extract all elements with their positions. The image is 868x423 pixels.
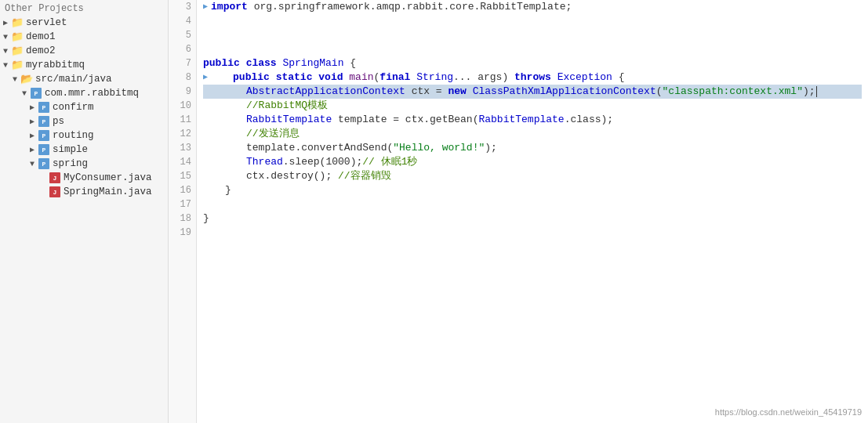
projects-section-title: Other Projects (0, 2, 168, 16)
tree-label-spring: spring (53, 158, 88, 169)
code-line-19 (203, 226, 862, 240)
code-line-16: } (203, 183, 862, 197)
package-icon-confirm: P (38, 101, 50, 114)
expand-arrow-8: ▶ (203, 70, 208, 85)
code-line-7: public class SpringMain { (203, 56, 862, 70)
file-tree-sidebar[interactable]: Other Projects ▶ 📁 servlet ▼ 📁 demo1 ▼ 📁… (0, 0, 169, 423)
folder-icon-demo1: 📁 (11, 31, 24, 43)
tree-item-servlet[interactable]: ▶ 📁 servlet (0, 16, 168, 30)
code-line-9: AbstractApplicationContext ctx = new Cla… (203, 85, 862, 99)
code-line-5 (203, 28, 862, 42)
tree-item-myrabbitmq[interactable]: ▼ 📁 myrabbitmq (0, 58, 168, 72)
line-num-3: 3 (173, 0, 191, 14)
line-num-15: 15 (173, 169, 191, 183)
line-num-5: 5 (173, 28, 191, 42)
line-numbers-gutter: 3 4 5 6 7 8 9 10 11 12 13 14 15 16 17 18… (169, 0, 197, 423)
line-num-4: 4 (173, 14, 191, 28)
line-num-17: 17 (173, 197, 191, 212)
tree-label-myconsumer: MyConsumer.java (64, 172, 152, 183)
tree-item-spring[interactable]: ▼ P spring (0, 157, 168, 171)
tree-arrow-confirm: ▶ (30, 103, 38, 112)
line-num-18: 18 (173, 212, 191, 226)
tree-item-routing[interactable]: ▶ P routing (0, 128, 168, 143)
tree-arrow-demo2: ▼ (3, 47, 11, 56)
line-num-19: 19 (173, 226, 191, 240)
tree-item-simple[interactable]: ▶ P simple (0, 143, 168, 157)
tree-arrow-simple: ▶ (30, 145, 38, 154)
line-num-14: 14 (173, 155, 191, 169)
text-cursor (816, 86, 817, 97)
code-line-17 (203, 197, 862, 212)
watermark: https://blog.csdn.net/weixin_45419719 (715, 407, 862, 417)
tree-arrow-myrabbitmq: ▼ (3, 61, 11, 70)
code-line-18: } (203, 212, 862, 226)
tree-label-servlet: servlet (26, 17, 67, 28)
tree-label-src: src/main/java (35, 74, 112, 85)
code-line-11: RabbitTemplate template = ctx.getBean(Ra… (203, 113, 862, 127)
line-num-10: 10 (173, 99, 191, 113)
tree-label-springmain: SpringMain.java (64, 186, 152, 197)
tree-label-confirm: confirm (53, 102, 94, 113)
tree-arrow-com: ▼ (22, 89, 30, 98)
tree-item-src-main-java[interactable]: ▼ 📂 src/main/java (0, 72, 168, 86)
package-icon-com: P (30, 87, 42, 99)
code-line-15: ctx.destroy(); //容器销毁 (203, 169, 862, 183)
tree-label-ps: ps (53, 116, 64, 127)
code-line-13: template.convertAndSend("Hello, world!")… (203, 141, 862, 155)
folder-icon-servlet: 📁 (11, 16, 24, 29)
package-icon-simple: P (38, 143, 50, 156)
folder-icon-demo2: 📁 (11, 45, 24, 57)
java-icon-myconsumer: J (49, 172, 61, 184)
expand-arrow-3: ▶ (203, 0, 208, 14)
tree-label-demo1: demo1 (26, 31, 56, 42)
tree-item-springmain[interactable]: J SpringMain.java (0, 185, 168, 199)
tree-label-myrabbitmq: myrabbitmq (26, 60, 85, 70)
tree-item-ps[interactable]: ▶ P ps (0, 114, 168, 128)
tree-label-simple: simple (53, 144, 88, 155)
line-num-9: 9 (173, 85, 191, 99)
tree-label-com: com.mmr.rabbitmq (45, 88, 139, 99)
line-num-6: 6 (173, 42, 191, 56)
tree-label-demo2: demo2 (26, 45, 56, 56)
line-num-11: 11 (173, 113, 191, 127)
code-line-12: //发送消息 (203, 127, 862, 141)
line-num-16: 16 (173, 183, 191, 197)
tree-item-myconsumer[interactable]: J MyConsumer.java (0, 171, 168, 185)
code-line-4 (203, 14, 862, 28)
code-line-8: ▶public static void main(final String...… (203, 70, 862, 85)
code-line-3: ▶import org.springframework.amqp.rabbit.… (203, 0, 862, 14)
code-line-14: Thread.sleep(1000);// 休眠1秒 (203, 155, 862, 169)
tree-label-routing: routing (53, 130, 94, 141)
code-content[interactable]: ▶import org.springframework.amqp.rabbit.… (197, 0, 868, 423)
tree-item-confirm[interactable]: ▶ P confirm (0, 100, 168, 114)
code-line-6 (203, 42, 862, 56)
java-icon-springmain: J (49, 186, 61, 198)
source-root-icon: 📂 (20, 73, 33, 85)
line-num-8: 8 (173, 70, 191, 85)
line-num-7: 7 (173, 56, 191, 70)
package-icon-routing: P (38, 129, 50, 142)
tree-item-com-mmr-rabbitmq[interactable]: ▼ P com.mmr.rabbitmq (0, 86, 168, 100)
tree-arrow-spring: ▼ (30, 160, 38, 168)
line-num-13: 13 (173, 141, 191, 155)
folder-icon-myrabbitmq: 📁 (11, 59, 24, 71)
tree-arrow-ps: ▶ (30, 117, 38, 126)
tree-arrow-servlet: ▶ (3, 18, 11, 27)
tree-arrow-src: ▼ (13, 75, 20, 84)
line-num-12: 12 (173, 127, 191, 141)
code-line-10: //RabbitMQ模板 (203, 99, 862, 113)
tree-item-demo1[interactable]: ▼ 📁 demo1 (0, 30, 168, 44)
tree-arrow-demo1: ▼ (3, 33, 11, 42)
package-icon-spring: P (38, 157, 50, 170)
package-icon-ps: P (38, 115, 50, 128)
tree-arrow-routing: ▶ (30, 131, 38, 140)
tree-item-demo2[interactable]: ▼ 📁 demo2 (0, 44, 168, 58)
code-editor[interactable]: 3 4 5 6 7 8 9 10 11 12 13 14 15 16 17 18… (169, 0, 868, 423)
